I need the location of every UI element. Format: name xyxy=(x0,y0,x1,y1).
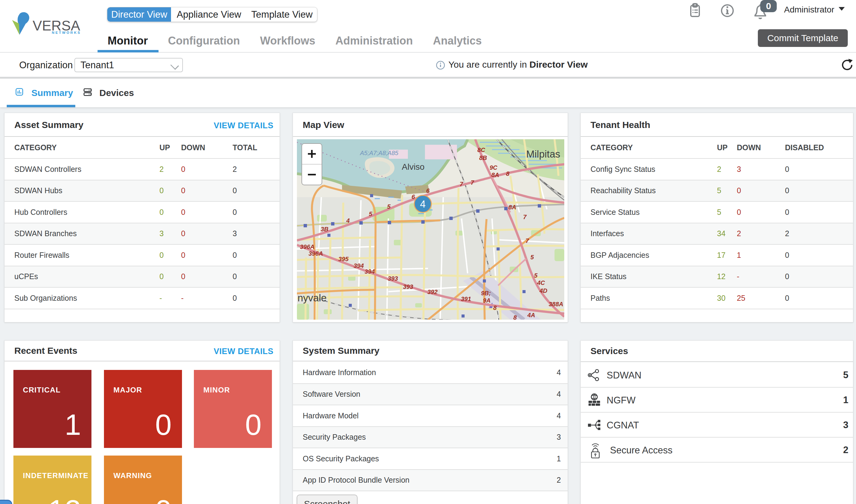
svg-text:6: 6 xyxy=(426,187,430,194)
svg-text:5: 5 xyxy=(531,254,534,260)
svg-text:396A: 396A xyxy=(300,244,315,250)
svg-text:393: 393 xyxy=(388,275,398,282)
svg-text:8C: 8C xyxy=(477,147,485,153)
svg-text:A5;A7;A8;A85: A5;A7;A8;A85 xyxy=(360,150,399,156)
svg-text:392: 392 xyxy=(427,289,438,295)
svg-text:7: 7 xyxy=(471,179,474,186)
svg-text:7: 7 xyxy=(460,181,463,187)
svg-text:NETWORKS: NETWORKS xyxy=(52,31,81,34)
svg-text:4: 4 xyxy=(420,198,426,210)
svg-text:4: 4 xyxy=(346,217,350,224)
svg-text:9A: 9A xyxy=(483,297,491,304)
svg-text:393: 393 xyxy=(403,283,413,290)
svg-text:395: 395 xyxy=(338,256,349,263)
svg-text:8: 8 xyxy=(513,314,517,320)
svg-text:6: 6 xyxy=(412,194,415,200)
svg-text:nyvale: nyvale xyxy=(298,292,326,304)
svg-text:5: 5 xyxy=(387,203,391,210)
svg-text:396A: 396A xyxy=(308,250,323,257)
svg-text:Milpitas: Milpitas xyxy=(526,148,560,160)
svg-text:8: 8 xyxy=(493,304,497,311)
svg-text:9B;: 9B; xyxy=(481,290,491,296)
svg-text:388A: 388A xyxy=(549,301,563,307)
svg-text:4A: 4A xyxy=(527,312,535,319)
svg-text:394: 394 xyxy=(354,263,364,269)
svg-text:7: 7 xyxy=(525,237,529,244)
svg-text:8: 8 xyxy=(506,170,510,177)
svg-text:8B: 8B xyxy=(479,155,487,161)
svg-text:9C: 9C xyxy=(489,164,498,171)
svg-text:4D: 4D xyxy=(539,287,548,294)
svg-text:391: 391 xyxy=(461,295,471,302)
svg-text:8A: 8A xyxy=(492,172,499,178)
svg-text:3B: 3B xyxy=(321,226,328,233)
svg-text:7: 7 xyxy=(523,214,527,220)
svg-text:5: 5 xyxy=(369,211,373,217)
svg-text:4C: 4C xyxy=(537,280,545,286)
svg-text:Alviso: Alviso xyxy=(402,162,425,172)
svg-text:8A: 8A xyxy=(509,204,516,211)
svg-text:394: 394 xyxy=(364,268,375,275)
svg-text:5: 5 xyxy=(534,272,538,279)
